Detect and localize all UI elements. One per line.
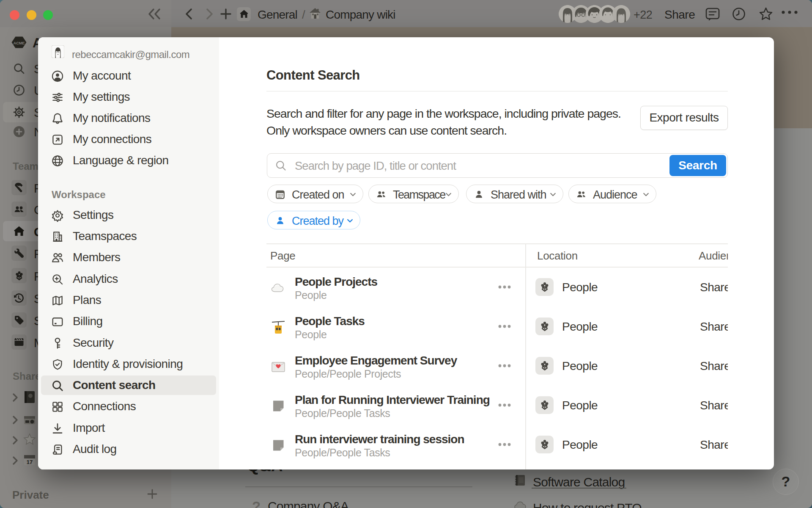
svg-text:17: 17: [27, 459, 33, 465]
svg-text:ACME: ACME: [14, 41, 25, 45]
